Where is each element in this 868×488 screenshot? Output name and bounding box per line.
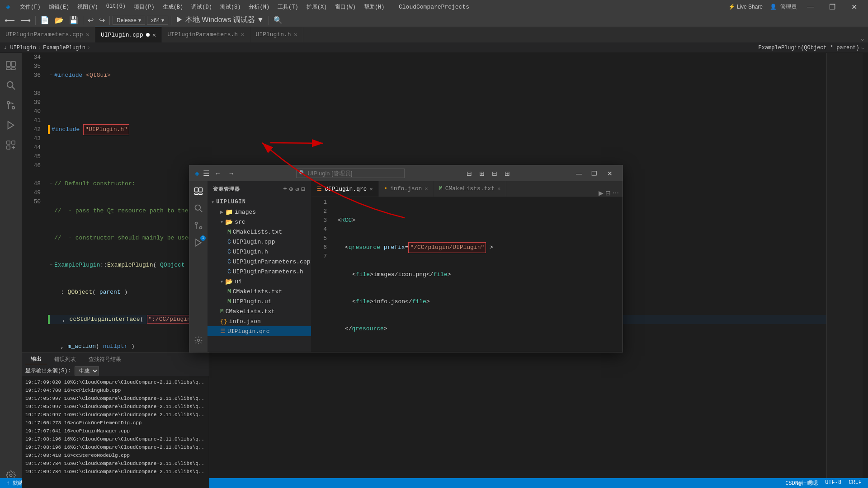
popup-close-button[interactable]: ✕ [603,166,617,181]
output-tab-output[interactable]: 输出 [25,354,47,364]
tab-2-close[interactable]: ✕ [241,31,244,38]
qrc-tab-close[interactable]: ✕ [370,186,373,192]
popup-tree-uiplugin-h[interactable]: C UIPlugin.h [208,247,311,257]
menu-project[interactable]: 项目(P) [130,2,158,12]
menu-test[interactable]: 测试(S) [217,2,245,12]
activity-icon-extensions[interactable] [2,136,20,154]
arch-dropdown[interactable]: x64 ▾ [147,16,168,25]
popup-tree-uipluginqrc[interactable]: ☰ UIPlugin.qrc [208,326,311,336]
status-eol[interactable]: CRLF [846,479,864,487]
new-file-button[interactable]: 📄 [38,15,51,25]
menu-tools[interactable]: 工具(T) [274,2,302,12]
open-file-button[interactable]: 📂 [53,15,66,25]
popup-sidebar-icon-2[interactable]: ⊕ [289,185,293,193]
search-button[interactable]: 🔍 [272,15,284,25]
menu-help[interactable]: 帮助(H) [360,2,388,12]
popup-tree-uiplugin-cpp[interactable]: C UIPlugin.cpp [208,237,311,247]
close-button[interactable]: ✕ [844,0,864,14]
popup-more-btn[interactable]: ⋯ [613,189,619,197]
menu-debug[interactable]: 调试(D) [188,2,216,12]
output-content[interactable]: 19:17:09:020 10%G:\CloudCompare\CloudCom… [22,376,209,474]
popup-tab-infojson[interactable]: • info.json ✕ [379,181,434,197]
output-tab-find[interactable]: 查找符号结果 [83,355,127,364]
popup-sidebar-icon-3[interactable]: ↺ [295,185,299,193]
save-button[interactable]: 💾 [67,15,80,25]
popup-back-button[interactable]: ← [213,170,223,177]
popup-tree-uiplugin-ui[interactable]: M UIPlugin.ui [208,296,311,306]
undo-button[interactable]: ↩ [86,15,95,25]
scroll-area[interactable] [863,53,868,488]
popup-forward-button[interactable]: → [226,170,236,177]
popup-menu-icon[interactable]: ☰ [203,169,209,178]
popup-layout-btn-1[interactable]: ⊟ [465,169,474,178]
infojson-tab-close[interactable]: ✕ [425,185,428,192]
popup-tree-uipluginparams-cpp[interactable]: C UIPluginParameters.cpp [208,257,311,267]
popup-sidebar-icon-1[interactable]: + [283,185,287,193]
output-source-select[interactable]: 生成 [75,366,99,375]
tab-0-close[interactable]: ✕ [86,31,90,38]
minimize-button[interactable]: — [800,0,821,14]
menu-analyze[interactable]: 分析(N) [245,2,273,12]
tab-3-close[interactable]: ✕ [294,31,297,38]
popup-tree-src[interactable]: ▾ 📂 src [208,217,311,227]
popup-tree-uipluginparams-h[interactable]: C UIPluginParameters.h [208,267,311,277]
status-encoding[interactable]: UTF-8 [822,479,844,487]
popup-tab-cmake[interactable]: M CMakeLists.txt ✕ [434,181,507,197]
popup-layout-btn-3[interactable]: ⊟ [490,169,499,178]
popup-tree-src-cmake[interactable]: M CMakeLists.txt [208,227,311,237]
popup-sidebar-icon-4[interactable]: ⊟ [302,185,306,193]
code-line-36: #include "UIPlugin.h" [48,125,826,134]
menu-edit[interactable]: 编辑(E) [45,2,73,12]
popup-activity-explorer[interactable] [190,183,207,199]
popup-tree-ui[interactable]: ▾ 📂 ui [208,277,311,286]
tab-collapse-icon[interactable]: ⌵ [861,35,864,42]
fold-icon-34[interactable]: − [48,71,54,80]
tab-1[interactable]: UIPlugin.cpp ✕ [95,27,162,42]
tab-0[interactable]: UIPluginParameters.cpp ✕ [0,27,95,42]
activity-icon-search[interactable] [2,76,20,94]
cmake-tab-close[interactable]: ✕ [497,185,500,192]
menu-view[interactable]: 视图(V) [74,2,102,12]
status-csdn[interactable]: CSDN@汪嗯嗯 [783,479,821,487]
popup-activity-bottom[interactable] [190,332,207,348]
menu-window[interactable]: 窗口(W) [331,2,359,12]
tab-1-close[interactable]: ✕ [152,31,156,39]
menu-git[interactable]: Git(G) [103,2,129,12]
menu-extensions[interactable]: 扩展(X) [303,2,331,12]
popup-layout-btn-2[interactable]: ⊞ [477,169,486,178]
popup-tree-infojson[interactable]: {} info.json [208,316,311,326]
activity-icon-debug[interactable] [2,116,20,134]
menu-build[interactable]: 生成(B) [159,2,187,12]
fold-icon-41[interactable]: − [48,261,54,270]
redo-button[interactable]: ↪ [97,15,107,25]
back-button[interactable]: ⟵ [3,15,17,25]
popup-split-btn[interactable]: ⊟ [605,189,611,197]
popup-search-input[interactable] [296,169,405,178]
popup-tree-root[interactable]: ▾ UIPLUGIN [208,197,311,207]
fold-icon-38[interactable]: − [48,179,54,188]
popup-activity-git[interactable] [190,217,207,234]
run-button[interactable]: ▶ 本地 Windows 调试器 ▼ [174,14,266,26]
popup-run-btn[interactable]: ▶ [599,189,604,197]
popup-activity-debug[interactable]: 1 [190,235,207,251]
popup-minimize-button[interactable]: — [572,166,586,181]
activity-icon-git[interactable] [2,96,20,114]
popup-layout-btn-4[interactable]: ⊞ [503,169,512,178]
maximize-button[interactable]: ❐ [822,0,843,14]
release-dropdown[interactable]: Release ▾ [113,16,145,25]
tab-2[interactable]: UIPluginParameters.h ✕ [162,27,250,42]
popup-activity-search[interactable] [190,200,207,216]
forward-button[interactable]: ⟶ [19,15,33,25]
popup-tree-root-cmake[interactable]: M CMakeLists.txt [208,306,311,316]
popup-tree-images[interactable]: ▶ 📁 images [208,207,311,217]
activity-icon-explorer[interactable] [2,56,20,75]
popup-maximize-button[interactable]: ❐ [587,166,602,181]
popup-tab-qrc[interactable]: ☰ UIPlugin.qrc ✕ [311,181,379,197]
popup-tree-ui-cmake[interactable]: M CMakeLists.txt [208,286,311,296]
menu-file[interactable]: 文件(F) [16,2,44,12]
output-tab-errors[interactable]: 错误列表 [49,355,81,364]
collapse-icon[interactable]: ⌵ [861,44,864,51]
popup-code-content[interactable]: <RCC> <qresource prefix="/CC/plugin/UIPl… [330,197,623,352]
live-share-button[interactable]: ⚡ Live Share [725,3,766,11]
tab-3[interactable]: UIPlugin.h ✕ [250,27,303,42]
